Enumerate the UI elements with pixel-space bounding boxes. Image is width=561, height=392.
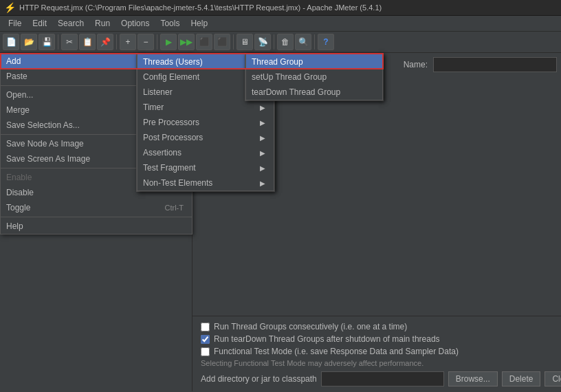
toolbar-sep6 xyxy=(314,34,315,50)
menu-run[interactable]: Run xyxy=(89,17,116,30)
context-menu: Add ▶ Paste Ctrl-V Open... Merge Save Se… xyxy=(0,53,192,235)
ctx-help[interactable]: Help xyxy=(1,219,192,234)
toolbar-sep3 xyxy=(157,34,157,50)
ctx-assertions[interactable]: Assertions ▶ xyxy=(138,145,274,160)
toolbar-new[interactable]: 📄 xyxy=(3,34,19,50)
toolbar-remote-start[interactable]: 🖥 xyxy=(236,34,253,50)
ctx-test-fragment[interactable]: Test Fragment ▶ xyxy=(138,160,274,175)
menu-options[interactable]: Options xyxy=(116,17,155,30)
menu-help[interactable]: Help xyxy=(185,17,213,30)
ctx-sep4 xyxy=(1,217,192,217)
checkbox-consecutive-label: Run Thread Groups consecutively (i.e. on… xyxy=(214,322,407,331)
toolbar-copy[interactable]: 📋 xyxy=(79,34,96,50)
delete-button[interactable]: Delete xyxy=(502,371,541,386)
toolbar-sep1 xyxy=(58,34,58,50)
left-panel: 🧪 Test Plan Add ▶ Paste Ctrl-V Open... xyxy=(0,53,192,391)
ctx-non-test-elements[interactable]: Non-Test Elements ▶ xyxy=(138,175,274,190)
classpath-input[interactable] xyxy=(321,371,444,386)
menu-tools[interactable]: Tools xyxy=(155,17,185,30)
toolbar-save[interactable]: 💾 xyxy=(38,34,55,50)
toolbar-expand[interactable]: + xyxy=(120,34,136,50)
toolbar-play-no-pause[interactable]: ▶▶ xyxy=(178,34,195,50)
toolbar-sep5 xyxy=(274,34,274,50)
app-icon: ⚡ xyxy=(4,2,16,13)
pre-proc-arrow: ▶ xyxy=(260,119,265,127)
ctx-toggle[interactable]: Toggle Ctrl-T xyxy=(1,200,192,215)
ctx-pre-processors[interactable]: Pre Processors ▶ xyxy=(138,115,274,130)
thread-group-item[interactable]: Thread Group xyxy=(246,54,382,69)
test-frag-arrow: ▶ xyxy=(260,164,265,172)
toolbar-paste[interactable]: 📌 xyxy=(97,34,113,50)
browse-button[interactable]: Browse... xyxy=(448,371,498,386)
checkbox-teardown-input[interactable] xyxy=(201,335,210,344)
toolbar-help[interactable]: ? xyxy=(318,34,334,50)
menu-edit[interactable]: Edit xyxy=(27,17,52,30)
clear-button[interactable]: Clear xyxy=(544,371,561,386)
checkbox-functional: Functional Test Mode (i.e. save Response… xyxy=(201,347,553,356)
assertions-arrow: ▶ xyxy=(260,149,265,157)
functional-info-text: Selecting Functional Test Mode may adver… xyxy=(201,359,553,367)
toolbar-stop-all[interactable]: ⬛ xyxy=(214,34,230,50)
checkbox-teardown: Run tearDown Thread Groups after shutdow… xyxy=(201,334,553,344)
checkbox-functional-input[interactable] xyxy=(201,347,210,356)
bottom-section: Run Thread Groups consecutively (i.e. on… xyxy=(192,316,561,392)
toolbar-sep4 xyxy=(233,34,234,50)
classpath-row: Add directory or jar to classpath Browse… xyxy=(201,371,553,386)
checkbox-consecutive: Run Thread Groups consecutively (i.e. on… xyxy=(201,322,553,331)
name-label: Name: xyxy=(404,60,428,69)
toolbar-remote-stop[interactable]: 📡 xyxy=(254,34,271,50)
toolbar-browse[interactable]: 🔍 xyxy=(295,34,311,50)
toolbar-play[interactable]: ▶ xyxy=(160,34,177,50)
toolbar-collapse[interactable]: − xyxy=(138,34,154,50)
title-bar: ⚡ HTTP Request.jmx (C:\Program Files\apa… xyxy=(0,0,561,16)
setup-thread-group-item[interactable]: setUp Thread Group xyxy=(246,69,382,85)
non-test-arrow: ▶ xyxy=(260,179,265,187)
toolbar-open[interactable]: 📂 xyxy=(21,34,37,50)
thread-group-submenu: Thread Group setUp Thread Group tearDown… xyxy=(245,53,384,101)
menu-bar: File Edit Search Run Options Tools Help xyxy=(0,16,561,32)
ctx-post-processors[interactable]: Post Processors ▶ xyxy=(138,130,274,145)
ctx-timer[interactable]: Timer ▶ xyxy=(138,100,274,115)
checkbox-consecutive-input[interactable] xyxy=(201,323,210,331)
checkbox-teardown-label: Run tearDown Thread Groups after shutdow… xyxy=(214,334,440,344)
thread-group-menu: Thread Group setUp Thread Group tearDown… xyxy=(245,54,383,100)
toolbar-sep2 xyxy=(116,34,117,50)
classpath-label: Add directory or jar to classpath xyxy=(201,374,317,384)
name-input[interactable] xyxy=(433,57,557,72)
timer-arrow: ▶ xyxy=(260,104,265,111)
toolbar-cut[interactable]: ✂ xyxy=(61,34,78,50)
post-proc-arrow: ▶ xyxy=(260,134,265,142)
toolbar-stop[interactable]: ⬛ xyxy=(196,34,212,50)
title-text: HTTP Request.jmx (C:\Program Files\apach… xyxy=(19,3,382,12)
menu-file[interactable]: File xyxy=(3,17,27,30)
toolbar: 📄 📂 💾 ✂ 📋 📌 + − ▶ ▶▶ ⬛ ⬛ 🖥 📡 🗑 🔍 ? xyxy=(0,32,561,53)
teardown-thread-group-item[interactable]: tearDown Thread Group xyxy=(246,85,382,100)
checkbox-functional-label: Functional Test Mode (i.e. save Response… xyxy=(214,347,459,356)
menu-search[interactable]: Search xyxy=(52,17,89,30)
toolbar-clear-all[interactable]: 🗑 xyxy=(277,34,294,50)
